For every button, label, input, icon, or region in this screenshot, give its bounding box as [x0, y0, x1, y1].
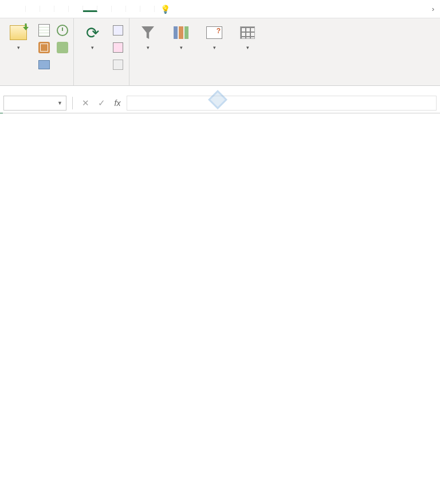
- refresh-all-button[interactable]: ⟳ ▾: [77, 21, 107, 53]
- refresh-icon: ⟳: [86, 23, 99, 42]
- cancel-formula-button[interactable]: ✕: [78, 96, 92, 110]
- tab-home[interactable]: [26, 6, 40, 12]
- funnel-icon: [142, 26, 154, 39]
- ribbon-group-transform: ▾: [0, 18, 74, 85]
- from-web-button[interactable]: [37, 40, 52, 55]
- existing-connections-button[interactable]: [55, 40, 70, 55]
- outline-icon: [240, 26, 255, 39]
- watermark-logo-icon: [208, 90, 227, 109]
- tell-me-search[interactable]: 💡: [155, 5, 179, 14]
- properties-icon: [113, 42, 123, 53]
- chevron-down-icon: ▼: [57, 100, 62, 106]
- from-table-button[interactable]: [37, 57, 52, 72]
- tab-file[interactable]: [11, 6, 26, 12]
- lightbulb-icon: 💡: [160, 5, 170, 14]
- chevron-down-icon: ▾: [246, 45, 249, 50]
- outline-button[interactable]: ▾: [233, 21, 262, 53]
- get-data-icon: [10, 25, 27, 40]
- chevron-down-icon: ▾: [17, 45, 20, 50]
- tab-review[interactable]: [97, 6, 112, 12]
- tab-data[interactable]: [83, 6, 97, 12]
- ribbon-group-sort: ▾ ▾ ▾ ▾: [129, 18, 266, 85]
- ribbon-overflow-button[interactable]: ›: [426, 5, 440, 13]
- tab-page-layout[interactable]: [54, 6, 69, 12]
- watermark: [211, 93, 229, 107]
- forecast-button[interactable]: ▾: [199, 21, 229, 53]
- sheet-icon: [38, 24, 50, 37]
- from-text-button[interactable]: [37, 23, 52, 38]
- tab-formulas[interactable]: [69, 6, 83, 12]
- chevron-down-icon: ▾: [180, 45, 183, 50]
- ribbon-tabs: 💡 ›: [0, 0, 440, 18]
- tab-view[interactable]: [112, 6, 126, 12]
- tab-help[interactable]: [140, 6, 155, 12]
- queries-icon: [113, 25, 123, 36]
- ribbon-body: ▾ ⟳ ▾: [0, 18, 440, 86]
- tab-insert[interactable]: [40, 6, 54, 12]
- edit-links-button[interactable]: [111, 57, 125, 72]
- chevron-down-icon: ▾: [147, 45, 150, 50]
- forecast-icon: [206, 26, 222, 39]
- link-icon: [57, 42, 68, 53]
- chevron-down-icon: ▾: [91, 45, 94, 50]
- database-icon: [38, 42, 50, 53]
- formula-input[interactable]: [127, 96, 437, 111]
- data-tools-button[interactable]: ▾: [166, 21, 196, 53]
- tab-developer[interactable]: [126, 6, 140, 12]
- data-tools-icon: [174, 26, 188, 39]
- get-data-button[interactable]: ▾: [3, 21, 33, 53]
- ribbon-group-queries: ⟳ ▾: [74, 18, 129, 85]
- accept-formula-button[interactable]: ✓: [95, 96, 108, 110]
- clock-icon: [57, 25, 68, 36]
- edit-links-icon: [113, 60, 123, 70]
- recent-sources-button[interactable]: [55, 23, 70, 38]
- chevron-down-icon: ▾: [213, 45, 216, 50]
- grid-icon: [38, 60, 50, 69]
- fx-button[interactable]: fx: [111, 96, 124, 110]
- queries-button[interactable]: [111, 23, 125, 38]
- properties-button[interactable]: [111, 40, 125, 55]
- sort-filter-button[interactable]: ▾: [133, 21, 163, 53]
- name-box[interactable]: ▼: [3, 96, 66, 111]
